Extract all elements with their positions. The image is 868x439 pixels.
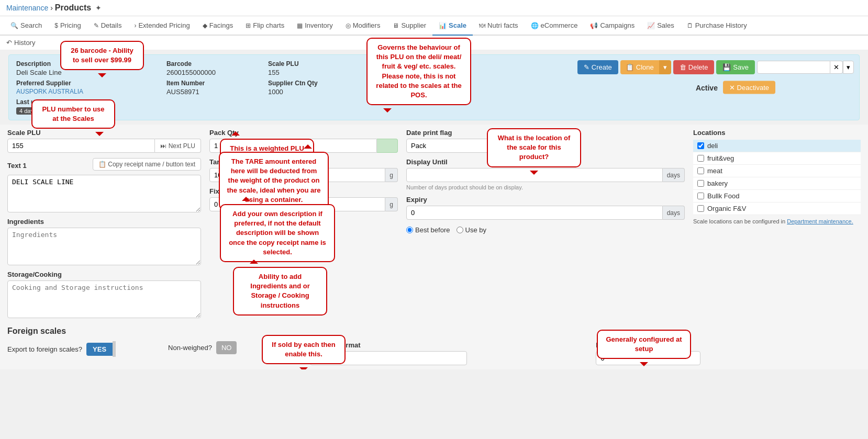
barcode-format-input[interactable] xyxy=(310,351,467,365)
location-meat-checkbox[interactable] xyxy=(697,167,704,174)
scale-plu-input[interactable] xyxy=(7,139,155,153)
export-toggle: YES xyxy=(86,341,116,357)
item-number-value: AUS58971 xyxy=(166,88,216,96)
tab-nutri-facts[interactable]: 🍽 Nutri facts xyxy=(473,16,525,36)
fixed-weight-input-row: g xyxy=(209,197,398,211)
locations-title: Locations xyxy=(693,129,861,137)
tab-campaigns[interactable]: 📢 Campaigns xyxy=(584,16,641,36)
tab-inventory[interactable]: ▦ Inventory xyxy=(291,16,339,36)
use-by-radio-label[interactable]: Use by xyxy=(457,226,486,234)
location-deli-label: deli xyxy=(707,142,718,150)
description-label: Description xyxy=(16,60,93,67)
export-foreign-group: Export to foreign scales? YES xyxy=(7,341,116,357)
web-icon: 🌐 xyxy=(531,22,539,29)
search-icon: 🔍 xyxy=(10,22,18,29)
location-organic-checkbox[interactable] xyxy=(697,205,704,212)
top-search-clear[interactable]: ✕ xyxy=(830,61,843,74)
tab-details[interactable]: ✎ Details xyxy=(87,16,128,36)
breadcrumb-parent[interactable]: Maintenance xyxy=(6,4,48,12)
tab-modifiers[interactable]: ◎ Modifiers xyxy=(339,16,387,36)
text1-input[interactable]: DELI SCALE LINE xyxy=(7,175,201,212)
ingredients-group: Ingredients xyxy=(7,218,201,265)
ingredients-input[interactable] xyxy=(7,228,201,265)
label-format-form-group: Label format xyxy=(596,341,861,365)
arrow-icon: › xyxy=(134,22,136,29)
tab-purchase-history[interactable]: 🗒 Purchase History xyxy=(681,16,753,36)
fixed-weight-group: Fixed weight g xyxy=(209,187,398,211)
tab-label: Supplier xyxy=(401,21,426,29)
export-yes-button[interactable]: YES xyxy=(86,343,113,356)
tab-supplier[interactable]: 🖥 Supplier xyxy=(386,16,432,36)
save-button[interactable]: 💾 Save xyxy=(716,60,755,74)
supplier-ctn-qty-label: Supplier Ctn Qty xyxy=(268,80,318,87)
department-maintenance-link[interactable]: Department maintenance. xyxy=(787,218,853,224)
history-icon: 🗒 xyxy=(687,22,693,29)
description-value: Deli Scale Line xyxy=(16,69,93,76)
breadcrumb-separator: › xyxy=(50,4,53,12)
expiry-input[interactable] xyxy=(406,206,663,220)
clone-button[interactable]: 📋 Clone xyxy=(620,60,659,74)
next-plu-icon: ⏭ xyxy=(160,142,166,150)
top-search-input[interactable] xyxy=(757,61,830,74)
preferred-supplier-label: Preferred Supplier xyxy=(16,80,93,87)
label-format-input[interactable] xyxy=(596,351,700,365)
tab-flip-charts[interactable]: ⊞ Flip charts xyxy=(239,16,291,36)
deactivate-button[interactable]: ✕ Deactivate xyxy=(723,81,775,94)
tab-label: Nutri facts xyxy=(487,21,518,29)
barcode-label: Barcode xyxy=(166,60,216,67)
updated-by: by xyxy=(54,107,61,115)
date-print-flag-group: Date print flag xyxy=(406,129,685,153)
fixed-weight-input[interactable] xyxy=(209,197,385,211)
expiry-group: Expiry days xyxy=(406,196,685,220)
storage-cooking-input[interactable] xyxy=(7,280,201,318)
action-buttons: ✎ Create 📋 Clone ▾ 🗑 Delete 💾 Save xyxy=(577,60,854,74)
tab-pricing[interactable]: $ Pricing xyxy=(48,16,87,36)
grid-icon: ⊞ xyxy=(246,22,251,29)
updated-email[interactable]: ns.com.au xyxy=(64,107,93,115)
tab-search[interactable]: 🔍 Search xyxy=(4,16,48,36)
clone-dropdown-button[interactable]: ▾ xyxy=(659,60,671,74)
history-button[interactable]: ↶ History xyxy=(6,39,35,47)
display-until-input[interactable] xyxy=(406,168,663,182)
location-bulk-food-checkbox[interactable] xyxy=(697,193,704,199)
delete-button[interactable]: 🗑 Delete xyxy=(673,60,715,74)
tab-scale[interactable]: 📊 Scale xyxy=(432,16,473,36)
expiry-label: Expiry xyxy=(406,196,685,204)
location-deli-checkbox[interactable] xyxy=(697,142,704,149)
tab-ecommerce[interactable]: 🌐 eCommerce xyxy=(525,16,584,36)
pack-qty-input[interactable] xyxy=(209,139,377,153)
text1-label: Text 1 xyxy=(7,162,27,170)
locations-note: Scale locations can be configured in Dep… xyxy=(693,218,861,224)
tab-extended-pricing[interactable]: › Extended Pricing xyxy=(128,16,196,36)
storage-cooking-group: Storage/Cooking xyxy=(7,271,201,318)
location-bakery-checkbox[interactable] xyxy=(697,180,704,187)
label-format-group: Label format xyxy=(596,341,861,365)
sales-icon: 📈 xyxy=(647,22,655,29)
preferred-supplier-link[interactable]: AUSPORK AUSTRALIA xyxy=(16,88,93,95)
copy-receipt-button[interactable]: 📋 Copy receipt name / button text xyxy=(93,158,201,171)
tab-facings[interactable]: ◆ Facings xyxy=(196,16,240,36)
next-plu-button[interactable]: ⏭ Next PLU xyxy=(155,139,201,153)
tab-label: Flip charts xyxy=(253,21,284,29)
scale-icon: 📊 xyxy=(439,22,447,29)
tare-input[interactable] xyxy=(209,168,385,182)
history-row: ↶ History xyxy=(0,36,868,50)
location-organic: Organic F&V xyxy=(693,202,861,215)
location-bakery-label: bakery xyxy=(707,179,728,187)
create-button[interactable]: ✎ Create xyxy=(577,60,618,74)
date-print-flag-input[interactable] xyxy=(406,139,511,153)
history-label: History xyxy=(14,39,35,47)
best-before-radio-label[interactable]: Best before xyxy=(406,226,450,234)
fixed-weight-label: Fixed weight xyxy=(209,187,398,195)
top-search-dropdown[interactable]: ▾ xyxy=(843,61,854,74)
best-before-radio[interactable] xyxy=(406,227,413,233)
tab-sales[interactable]: 📈 Sales xyxy=(641,16,681,36)
date-type-group: Best before Use by xyxy=(406,226,685,234)
label-format-label: Label format xyxy=(596,341,861,349)
history-icon: ↶ xyxy=(6,39,12,47)
location-fruit-veg-checkbox[interactable] xyxy=(697,155,704,162)
pack-qty-green xyxy=(377,139,398,153)
use-by-radio[interactable] xyxy=(457,227,463,233)
clone-button-group: 📋 Clone ▾ xyxy=(620,60,671,74)
non-weighed-no-button[interactable]: NO xyxy=(216,341,237,354)
